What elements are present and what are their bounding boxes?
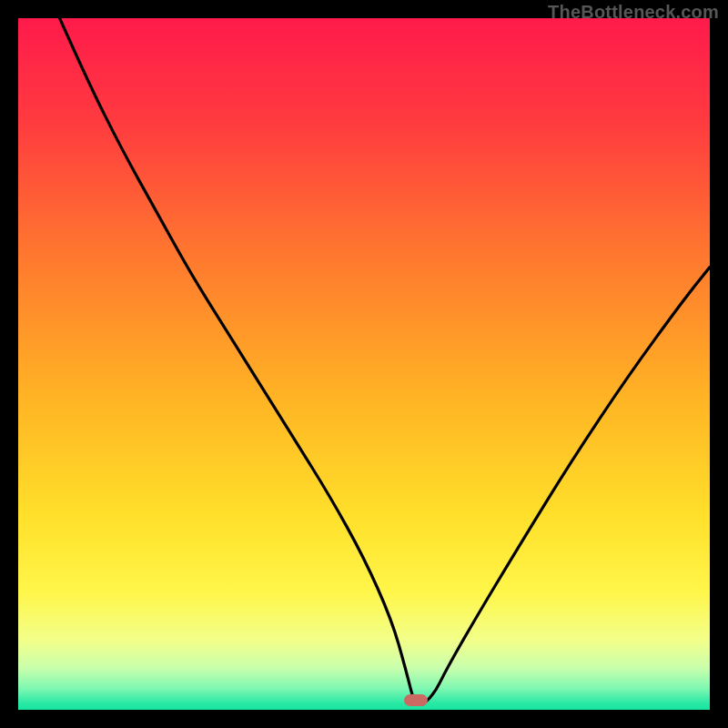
bottleneck-curve (18, 18, 710, 710)
optimal-marker (404, 694, 428, 706)
chart-frame: TheBottleneck.com (0, 0, 728, 728)
plot-area (18, 18, 710, 710)
